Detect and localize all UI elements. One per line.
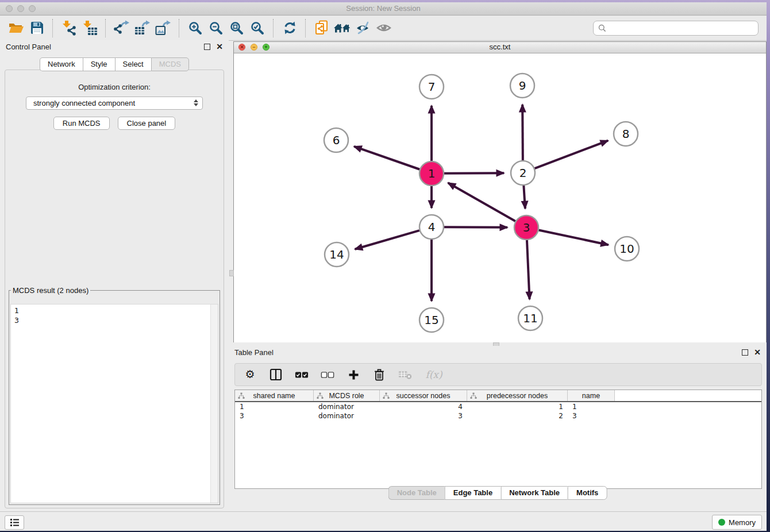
graph-edge-3-10[interactable] [539,230,609,245]
column-header-successor-nodes[interactable]: successor nodes [380,390,467,401]
maximize-window-button[interactable] [29,5,36,12]
graph-node-label-6: 6 [333,133,340,147]
delete-row-icon[interactable] [372,367,386,382]
save-icon[interactable] [26,18,47,38]
zoom-in-icon[interactable] [185,18,206,38]
close-window-button[interactable] [6,5,13,12]
tab-network-table[interactable]: Network Table [500,486,568,500]
close-panel-button[interactable]: Close panel [118,117,176,130]
close-panel-icon[interactable]: ✕ [216,43,223,50]
window-titlebar: Session: New Session [0,2,767,16]
float-panel-icon[interactable] [742,349,748,356]
column-header-predecessor-nodes[interactable]: predecessor nodes [467,390,568,401]
tab-edge-table[interactable]: Edge Table [445,486,500,500]
memory-button[interactable]: Memory [712,515,762,530]
settings-gear-icon[interactable]: ⚙ [243,367,257,382]
cell-mcds-role[interactable]: dominator [314,411,380,421]
search-field[interactable] [593,21,759,36]
tab-motifs[interactable]: Motifs [568,486,607,500]
float-panel-icon[interactable] [204,44,210,50]
zoom-out-icon[interactable] [206,18,226,38]
network-minimize-button[interactable]: − [251,44,257,51]
column-type-icon [470,392,477,399]
toolbar-separator [273,19,274,37]
zoom-fit-icon[interactable] [226,18,247,38]
column-type-icon [317,392,324,399]
close-panel-icon[interactable]: ✕ [754,349,761,356]
home-icon[interactable] [332,18,353,38]
export-network-icon[interactable] [111,18,132,38]
graph-edge-3-11[interactable] [527,240,530,299]
network-view-window: ✕ − + scc.txt 7968124314101511 [233,41,767,342]
hide-graphics-details-icon[interactable] [353,18,374,38]
table-panel-header: Table Panel ✕ [229,346,767,361]
tab-node-table[interactable]: Node Table [388,486,445,500]
graph-edge-4-14[interactable] [355,230,419,249]
cell-predecessor-nodes[interactable]: 2 [467,411,568,421]
cell-name[interactable]: 3 [568,411,615,421]
minimize-window-button[interactable] [17,5,24,12]
tab-style[interactable]: Style [83,57,115,71]
cell-shared-name[interactable]: 3 [235,411,314,421]
open-folder-icon[interactable] [6,18,26,38]
graph-edge-1-2[interactable] [444,173,504,174]
show-column-icon[interactable] [269,367,283,382]
cell-shared-name[interactable]: 1 [235,402,314,411]
result-scrollbar[interactable] [210,304,218,503]
optimization-criterion-label: Optimization criterion: [5,83,224,91]
node-table: shared name MCDS role successor nodes pr… [234,390,762,489]
graph-edge-1-6[interactable] [354,147,419,169]
table-row[interactable]: 1 dominator 4 1 1 [235,402,761,411]
cell-successor-nodes[interactable]: 3 [380,411,467,421]
import-table-icon[interactable] [79,18,100,38]
main-toolbar [0,16,767,41]
add-row-icon[interactable] [346,367,360,382]
clone-network-icon[interactable] [311,18,332,38]
cell-successor-nodes[interactable]: 4 [380,402,467,411]
graph-edge-3-1[interactable] [448,183,515,221]
column-type-icon [383,392,390,399]
graph-edge-2-8[interactable] [535,141,609,168]
graph-edge-4-3[interactable] [444,227,507,228]
table-panel: Table Panel ✕ ⚙ [229,346,767,512]
toolbar-separator [179,19,180,37]
memory-status-icon [718,519,725,526]
export-table-icon[interactable] [132,18,153,38]
deselect-all-rows-icon[interactable] [321,367,334,382]
export-image-icon[interactable] [153,18,174,38]
result-line: 3 [14,315,214,325]
network-canvas[interactable]: 7968124314101511 [234,53,766,342]
cell-mcds-role[interactable]: dominator [314,402,380,411]
network-close-button[interactable]: ✕ [238,44,245,51]
search-input[interactable] [606,23,753,33]
refresh-view-icon[interactable] [279,18,300,38]
column-header-shared-name[interactable]: shared name [235,390,314,401]
zoom-selected-icon[interactable] [247,18,268,38]
show-graphics-details-icon[interactable] [374,18,394,38]
criterion-value: strongly connected component [26,97,202,109]
cell-name[interactable]: 1 [568,402,615,411]
run-mcds-button[interactable]: Run MCDS [53,117,110,130]
tab-network[interactable]: Network [40,57,83,71]
mcds-result-list[interactable]: 1 3 [10,304,218,503]
table-row[interactable]: 3 dominator 3 2 3 [235,411,761,421]
graph-node-label-14: 14 [329,248,344,261]
select-all-rows-icon[interactable] [295,367,309,382]
task-history-button[interactable] [5,515,24,530]
cell-predecessor-nodes[interactable]: 1 [467,402,568,411]
tab-mcds[interactable]: MCDS [151,57,189,71]
memory-label: Memory [729,518,756,527]
split-pane-handle[interactable] [229,270,234,276]
criterion-dropdown[interactable]: strongly connected component [26,97,203,110]
network-window-title: scc.txt [234,42,766,52]
graph-edge-2-9[interactable] [522,105,523,160]
column-header-mcds-role[interactable]: MCDS role [314,390,380,401]
graph-edge-2-3[interactable] [523,186,525,209]
graph-node-label-8: 8 [622,127,630,141]
table-body: 1 dominator 4 1 1 3 dominator 3 2 3 [235,402,761,488]
control-panel-title: Control Panel [6,43,51,51]
network-maximize-button[interactable]: + [263,44,270,51]
column-header-name[interactable]: name [568,390,615,401]
import-network-icon[interactable] [59,18,79,38]
tab-select[interactable]: Select [115,57,151,71]
